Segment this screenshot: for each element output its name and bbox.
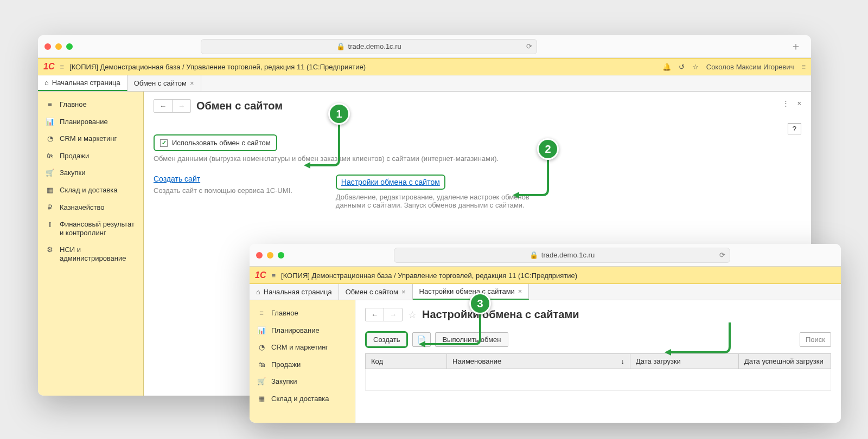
svg-marker-0 [304,162,310,169]
sidebar-item-main[interactable]: ≡Главное [250,305,355,322]
back-icon[interactable]: ← [366,308,384,321]
callout-badge-1: 1 [328,103,350,125]
sidebar: ≡Главное 📊Планирование ◔CRM и маркетинг … [38,92,144,396]
checkbox-checked-icon[interactable]: ✓ [160,139,168,147]
page-tabs: ⌂ Начальная страница Обмен с сайтом × На… [250,284,841,300]
lock-icon: 🔒 [336,42,345,50]
forward-icon[interactable]: → [384,308,402,321]
checkbox-label: Использовать обмен с сайтом [172,139,271,147]
user-name[interactable]: Соколов Максим Игоревич [706,63,794,71]
lock-icon: 🔒 [529,251,538,259]
sidebar-item-warehouse[interactable]: ▦Склад и доставка [250,390,355,408]
bell-icon[interactable]: 🔔 [662,63,671,71]
create-button[interactable]: Создать [365,331,408,348]
sidebar-item-label: Склад и доставка [60,186,118,195]
logo-1c-icon: 1С [255,270,266,280]
sidebar-item-planning[interactable]: 📊Планирование [250,322,355,339]
sidebar-item-admin[interactable]: ⚙НСИ и администрирование [38,241,143,267]
use-exchange-checkbox-row[interactable]: ✓ Использовать обмен с сайтом [154,134,277,151]
tab-exchange[interactable]: Обмен с сайтом × [339,284,413,300]
sidebar-item-label: Финансовый результат и контроллинг [60,220,136,237]
tab-exchange[interactable]: Обмен с сайтом × [127,75,201,91]
app-title: [КОПИЯ] Демонстрационная база / Управлен… [69,63,366,71]
page-title: Обмен с сайтом [196,100,283,112]
cart-icon: 🛒 [257,377,266,386]
browser-chrome: 🔒 trade.demo.1c.ru ⟳ ＋ [38,35,811,58]
close-icon[interactable]: × [518,287,522,295]
menu-icon[interactable]: ≡ [60,63,64,71]
sidebar-item-finance[interactable]: ⫿Финансовый результат и контроллинг [38,216,143,241]
callout-badge-2: 2 [537,138,559,160]
sidebar-item-label: Продажи [60,152,89,160]
tab-home-label: Начальная страница [52,79,120,87]
reload-icon[interactable]: ⟳ [719,251,725,259]
sidebar-item-label: Закупки [60,169,85,177]
sidebar-item-label: Главное [271,309,298,318]
sidebar-item-label: Склад и доставка [271,395,329,403]
bag-icon: 🛍 [46,152,54,160]
menu-icon[interactable]: ≡ [271,272,276,280]
create-site-desc: Создать сайт с помощью сервиса 1C-UMI. [154,186,292,195]
close-dot[interactable] [44,43,51,50]
cart-icon: 🛒 [46,169,54,177]
more-icon[interactable]: ⋮ [782,99,789,107]
sidebar-item-treasury[interactable]: ₽Казначейство [38,199,143,216]
sidebar-item-sales[interactable]: 🛍Продажи [38,147,143,165]
close-dot[interactable] [256,252,263,259]
close-page-icon[interactable]: × [797,99,801,107]
sidebar-item-planning[interactable]: 📊Планирование [38,113,143,131]
new-tab-button[interactable]: ＋ [787,39,805,54]
checkbox-description: Обмен данными (выгрузка номенклатуры и о… [154,154,801,163]
minimize-dot[interactable] [267,252,273,259]
sidebar-item-label: CRM и маркетинг [60,134,117,143]
help-button[interactable]: ? [788,123,801,134]
sidebar-item-label: CRM и маркетинг [271,343,328,352]
sidebar-item-purchase[interactable]: 🛒Закупки [250,373,355,390]
url-bar[interactable]: 🔒 trade.demo.1c.ru ⟳ [201,39,537,54]
page-tabs: ⌂ Начальная страница Обмен с сайтом × [38,75,811,92]
url-text: trade.demo.1c.ru [348,42,401,50]
history-icon[interactable]: ↺ [679,63,685,71]
search-input[interactable]: Поиск [800,332,831,347]
url-text: trade.demo.1c.ru [541,251,595,259]
reload-icon[interactable]: ⟳ [526,42,532,50]
nav-buttons[interactable]: ← → [154,99,191,113]
sidebar-item-sales[interactable]: 🛍Продажи [250,356,355,373]
bars-icon: ⫿ [46,220,54,229]
sidebar-item-crm[interactable]: ◔CRM и маркетинг [38,130,143,147]
minimize-dot[interactable] [55,43,62,50]
tab-home-label: Начальная страница [264,288,332,296]
svg-marker-3 [419,341,425,347]
nav-buttons[interactable]: ← → [365,308,403,321]
close-icon[interactable]: × [190,79,194,87]
sidebar-item-warehouse[interactable]: ▦Склад и доставка [38,182,143,199]
star-icon[interactable]: ☆ [692,63,699,71]
app-title: [КОПИЯ] Демонстрационная база / Управлен… [281,272,577,280]
sidebar-item-purchase[interactable]: 🛒Закупки [38,164,143,182]
pie-icon: ◔ [46,134,54,143]
sort-icon: ↓ [621,357,625,365]
tab-home[interactable]: ⌂ Начальная страница [250,284,339,300]
close-icon[interactable]: × [401,288,406,296]
ruble-icon: ₽ [46,203,54,212]
sidebar-item-label: Закупки [271,377,297,386]
maximize-dot[interactable] [66,43,73,50]
url-bar[interactable]: 🔒 trade.demo.1c.ru ⟳ [394,248,730,263]
tab-home[interactable]: ⌂ Начальная страница [38,75,127,91]
back-icon[interactable]: ← [154,100,172,112]
svg-marker-1 [513,192,519,198]
callout-arrow-3-real [654,314,735,363]
traffic-lights [256,252,284,259]
favorite-star-icon[interactable]: ☆ [408,309,417,321]
maximize-dot[interactable] [278,252,284,259]
chart-icon: 📊 [46,118,54,126]
tab-exchange-label: Обмен с сайтом [346,288,398,296]
col-success-date[interactable]: Дата успешной загрузки [738,354,831,369]
sidebar-item-crm[interactable]: ◔CRM и маркетинг [250,339,355,356]
create-site-link[interactable]: Создать сайт [154,175,200,183]
forward-icon[interactable]: → [172,100,190,112]
browser-window-2: 🔒 trade.demo.1c.ru ⟳ 1С ≡ [КОПИЯ] Демонс… [250,244,841,423]
sidebar-item-label: Казначейство [60,203,104,212]
filter-icon[interactable]: ≡ [801,63,806,71]
sidebar-item-main[interactable]: ≡Главное [38,96,143,113]
